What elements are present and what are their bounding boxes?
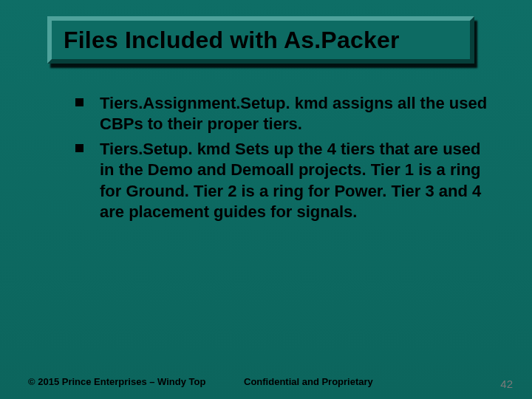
bullet-text: Tiers.Setup. kmd Sets up the 4 tiers tha… [100,139,489,222]
slide-title: Files Included with As.Packer [64,27,400,54]
bullet-text: Tiers.Assignment.Setup. kmd assigns all … [100,93,489,134]
page-number: 42 [500,378,513,390]
square-bullet-icon [75,144,83,152]
footer-confidential: Confidential and Proprietary [244,376,373,387]
list-item: Tiers.Setup. kmd Sets up the 4 tiers tha… [75,139,489,222]
square-bullet-icon [75,98,83,106]
bullet-list: Tiers.Assignment.Setup. kmd assigns all … [75,93,489,227]
title-frame: Files Included with As.Packer [47,16,474,64]
footer-copyright: © 2015 Prince Enterprises – Windy Top [28,376,205,387]
list-item: Tiers.Assignment.Setup. kmd assigns all … [75,93,489,134]
